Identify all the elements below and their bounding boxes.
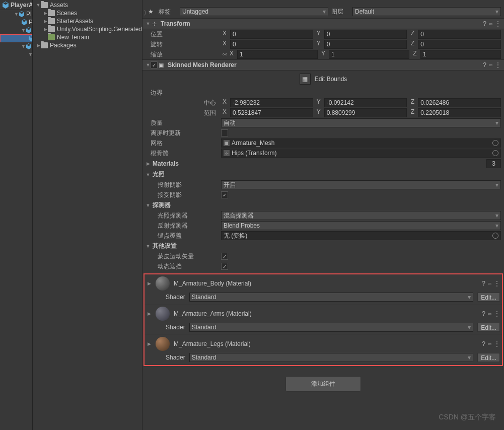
smr-header[interactable]: ▣ Skinned Mesh Renderer ?⎓⋮ — [142, 59, 504, 70]
hierarchy-item[interactable]: Armature_Mesh — [0, 34, 32, 42]
extent-y[interactable] — [324, 108, 407, 117]
foldout-icon[interactable] — [146, 62, 151, 67]
hierarchy-item[interactable]: Hips — [0, 50, 32, 58]
picker-icon[interactable] — [492, 140, 498, 146]
shader-dropdown[interactable]: Standard — [189, 353, 474, 362]
help-icon[interactable]: ? — [483, 61, 486, 68]
hierarchy-item[interactable]: Left_Ind — [0, 211, 33, 220]
help-icon[interactable]: ? — [482, 280, 485, 287]
hierarchy-item[interactable]: Left_Eye — [0, 381, 33, 389]
center-y[interactable] — [324, 98, 407, 107]
hierarchy-item[interactable]: Left_Pinkyl — [0, 268, 33, 276]
hierarchy-item[interactable]: Right_UpperArm — [0, 413, 33, 421]
hierarchy-item[interactable]: Left_Ri — [0, 316, 33, 324]
hierarchy-item[interactable]: Right_ToesEnd — [0, 131, 33, 139]
project-item[interactable]: Scenes — [33, 9, 142, 17]
hierarchy-item[interactable]: Left_In — [0, 220, 33, 228]
hierarchy-item[interactable]: Left_RingPro: — [0, 292, 33, 300]
hierarchy-item[interactable]: Left_LowerArm — [0, 179, 33, 187]
resize-handle[interactable] — [144, 9, 149, 20]
hierarchy-item[interactable]: Left_PinkyPro — [0, 260, 33, 268]
hierarchy-item[interactable]: PlayerCameraRoot — [0, 18, 32, 26]
foldout-icon[interactable] — [146, 203, 151, 208]
foldout-icon[interactable] — [146, 161, 151, 166]
foldout-icon[interactable] — [146, 244, 151, 249]
scale-y[interactable] — [329, 50, 409, 59]
scale-x[interactable] — [237, 50, 318, 59]
pos-y[interactable] — [324, 30, 407, 39]
hierarchy-item[interactable]: Left_Ring — [0, 308, 33, 316]
hierarchy-item[interactable]: Left_UpperLeg — [0, 58, 33, 66]
hierarchy-item[interactable]: Left_T — [0, 348, 33, 356]
foldout-icon[interactable] — [43, 27, 48, 32]
foldout-icon[interactable] — [36, 3, 41, 8]
center-x[interactable] — [230, 98, 313, 107]
menu-icon[interactable]: ⋮ — [494, 280, 500, 287]
shader-dropdown[interactable]: Standard — [189, 323, 474, 332]
hierarchy-item[interactable]: Left_Indexl — [0, 203, 33, 211]
skin-checkbox[interactable] — [221, 253, 228, 260]
hierarchy-item[interactable]: Left_Shoulder — [0, 163, 33, 171]
preset-icon[interactable]: ⎓ — [489, 20, 492, 27]
hierarchy-item[interactable]: Right_UpperLeg — [0, 99, 33, 107]
help-icon[interactable]: ? — [482, 340, 485, 347]
menu-icon[interactable]: ⋮ — [495, 61, 501, 68]
smr-enabled-checkbox[interactable] — [151, 61, 158, 68]
menu-icon[interactable]: ⋮ — [495, 20, 501, 27]
hierarchy-item[interactable]: Right_LowerArm — [0, 421, 33, 429]
project-item[interactable]: Assets — [33, 1, 142, 9]
menu-icon[interactable]: ⋮ — [494, 340, 500, 347]
foldout-icon[interactable] — [146, 21, 151, 26]
hierarchy-item[interactable]: Right_LowerLeg — [0, 107, 33, 115]
anchor-field[interactable]: 无 (变换) — [221, 231, 501, 240]
pos-z[interactable] — [418, 30, 501, 39]
hierarchy-item[interactable]: Right_Shoulder — [0, 405, 33, 413]
preset-icon[interactable]: ⎓ — [488, 310, 491, 317]
project-item[interactable]: New Terrain — [33, 33, 142, 41]
dyn-checkbox[interactable] — [221, 263, 228, 270]
hierarchy-item[interactable]: Left_Foot — [0, 75, 33, 83]
hierarchy-item[interactable]: Left_Pink — [0, 276, 33, 284]
edit-button[interactable]: Edit... — [477, 293, 500, 302]
pos-x[interactable] — [230, 30, 313, 39]
help-icon[interactable]: ? — [483, 20, 486, 27]
rot-z[interactable] — [418, 40, 501, 49]
transform-header[interactable]: ⊹ Transform ?⎓⋮ — [142, 18, 504, 29]
hierarchy-item[interactable]: PlayerArmature — [0, 10, 32, 18]
lightprobe-dropdown[interactable]: 混合探测器 — [221, 211, 501, 220]
foldout-icon[interactable] — [43, 19, 48, 24]
hierarchy-item[interactable]: Right_Eye — [0, 389, 33, 397]
tag-dropdown[interactable]: Untagged — [180, 7, 328, 16]
hierarchy-item[interactable]: Left_Middl — [0, 236, 33, 244]
edit-bounds-button[interactable]: ▦ — [300, 74, 311, 85]
hierarchy-item[interactable]: Left_RingI — [0, 300, 33, 308]
hierarchy-item[interactable]: Jaw — [0, 373, 33, 381]
hierarchy-item[interactable]: Left_Thu — [0, 340, 33, 348]
hierarchy-item[interactable]: Left_Mic — [0, 244, 33, 252]
rot-x[interactable] — [230, 40, 313, 49]
hierarchy-item[interactable]: Right_Foot — [0, 115, 33, 123]
reflprobe-dropdown[interactable]: Blend Probes — [221, 221, 501, 230]
foldout-icon[interactable] — [36, 43, 41, 48]
add-component-button[interactable]: 添加组件 — [285, 376, 361, 392]
project-item[interactable]: StarterAssets — [33, 17, 142, 25]
foldout-icon[interactable] — [21, 44, 26, 49]
foldout-icon[interactable] — [147, 341, 152, 346]
preset-icon[interactable]: ⎓ — [489, 61, 492, 68]
hierarchy-item[interactable]: Left_M — [0, 252, 33, 260]
shader-dropdown[interactable]: Standard — [189, 293, 474, 302]
rot-y[interactable] — [324, 40, 407, 49]
hierarchy-item[interactable]: Geometry — [0, 26, 32, 34]
foldout-icon[interactable] — [147, 281, 152, 286]
foldout-icon[interactable] — [14, 12, 19, 17]
foldout-icon[interactable] — [43, 11, 48, 16]
foldout-icon[interactable] — [21, 28, 26, 33]
hierarchy-item[interactable]: Left_UpperArm — [0, 171, 33, 179]
hierarchy-item[interactable]: Neck — [0, 356, 33, 365]
picker-icon[interactable] — [492, 150, 498, 156]
root-field[interactable]: ⊹Hips (Transform) — [221, 149, 501, 158]
recv-checkbox[interactable] — [221, 191, 228, 198]
hierarchy-item[interactable]: Neck_Twist_A — [0, 397, 33, 405]
scale-z[interactable] — [420, 50, 501, 59]
menu-icon[interactable]: ⋮ — [494, 310, 500, 317]
